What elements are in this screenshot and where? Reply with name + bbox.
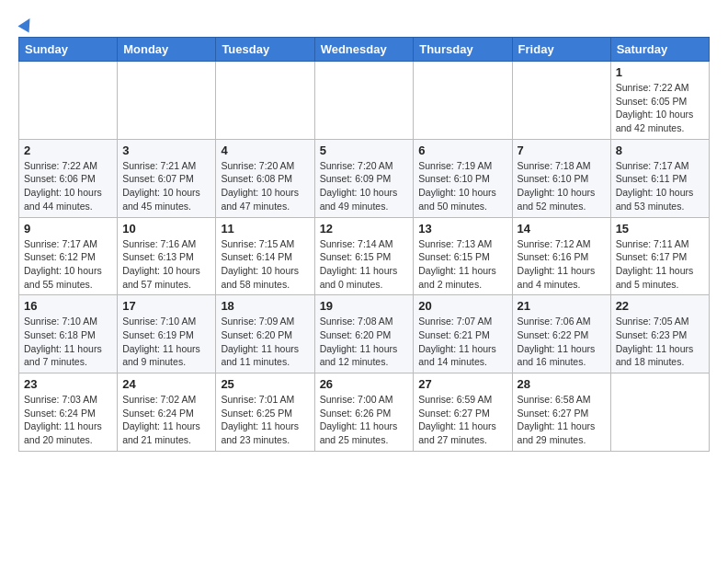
day-number: 28 (518, 377, 606, 391)
calendar-cell: 18Sunrise: 7:09 AM Sunset: 6:20 PM Dayli… (216, 295, 314, 373)
logo-triangle-icon (17, 15, 35, 32)
calendar-cell: 25Sunrise: 7:01 AM Sunset: 6:25 PM Dayli… (216, 373, 314, 452)
calendar-cell: 11Sunrise: 7:15 AM Sunset: 6:14 PM Dayli… (216, 217, 314, 295)
day-detail: Sunrise: 7:18 AM Sunset: 6:10 PM Dayligh… (518, 159, 606, 213)
weekday-header-monday: Monday (118, 38, 216, 62)
calendar-cell (314, 62, 414, 140)
day-detail: Sunrise: 7:21 AM Sunset: 6:07 PM Dayligh… (122, 159, 210, 213)
day-number: 17 (122, 299, 210, 313)
day-number: 20 (418, 299, 506, 313)
calendar-cell: 24Sunrise: 7:02 AM Sunset: 6:24 PM Dayli… (118, 373, 216, 452)
calendar-cell (414, 62, 512, 140)
day-detail: Sunrise: 7:22 AM Sunset: 6:05 PM Dayligh… (616, 81, 704, 135)
calendar-cell (512, 62, 610, 140)
day-number: 7 (518, 144, 606, 157)
day-detail: Sunrise: 7:10 AM Sunset: 6:18 PM Dayligh… (24, 315, 112, 369)
day-number: 21 (518, 299, 606, 313)
calendar-cell: 1Sunrise: 7:22 AM Sunset: 6:05 PM Daylig… (610, 62, 709, 140)
day-detail: Sunrise: 7:02 AM Sunset: 6:24 PM Dayligh… (122, 393, 210, 447)
calendar-table: SundayMondayTuesdayWednesdayThursdayFrid… (18, 37, 710, 452)
calendar-cell: 16Sunrise: 7:10 AM Sunset: 6:18 PM Dayli… (19, 295, 118, 373)
week-row-1: 1Sunrise: 7:22 AM Sunset: 6:05 PM Daylig… (19, 62, 710, 140)
day-number: 23 (24, 377, 112, 391)
calendar-cell: 3Sunrise: 7:21 AM Sunset: 6:07 PM Daylig… (118, 139, 216, 217)
day-detail: Sunrise: 7:16 AM Sunset: 6:13 PM Dayligh… (122, 237, 210, 292)
weekday-header-row: SundayMondayTuesdayWednesdayThursdayFrid… (19, 38, 710, 62)
calendar-cell: 5Sunrise: 7:20 AM Sunset: 6:09 PM Daylig… (314, 139, 414, 217)
day-detail: Sunrise: 7:01 AM Sunset: 6:25 PM Dayligh… (221, 393, 309, 447)
day-detail: Sunrise: 7:07 AM Sunset: 6:21 PM Dayligh… (418, 315, 506, 369)
day-number: 24 (122, 377, 210, 391)
day-detail: Sunrise: 7:22 AM Sunset: 6:06 PM Dayligh… (24, 159, 112, 213)
day-detail: Sunrise: 7:05 AM Sunset: 6:23 PM Dayligh… (616, 315, 704, 369)
day-detail: Sunrise: 7:17 AM Sunset: 6:12 PM Dayligh… (24, 237, 112, 292)
day-detail: Sunrise: 7:06 AM Sunset: 6:22 PM Dayligh… (518, 315, 606, 369)
calendar-cell: 21Sunrise: 7:06 AM Sunset: 6:22 PM Dayli… (512, 295, 610, 373)
day-detail: Sunrise: 7:10 AM Sunset: 6:19 PM Dayligh… (122, 315, 210, 369)
day-detail: Sunrise: 7:08 AM Sunset: 6:20 PM Dayligh… (320, 315, 409, 369)
calendar-cell: 8Sunrise: 7:17 AM Sunset: 6:11 PM Daylig… (610, 139, 709, 217)
calendar-cell: 9Sunrise: 7:17 AM Sunset: 6:12 PM Daylig… (19, 217, 118, 295)
calendar-cell: 13Sunrise: 7:13 AM Sunset: 6:15 PM Dayli… (414, 217, 512, 295)
calendar-cell (118, 62, 216, 140)
day-detail: Sunrise: 7:19 AM Sunset: 6:10 PM Dayligh… (418, 159, 506, 213)
page: SundayMondayTuesdayWednesdayThursdayFrid… (0, 0, 728, 466)
day-number: 26 (320, 377, 409, 391)
week-row-2: 2Sunrise: 7:22 AM Sunset: 6:06 PM Daylig… (19, 139, 710, 217)
calendar-cell (216, 62, 314, 140)
calendar-cell: 6Sunrise: 7:19 AM Sunset: 6:10 PM Daylig… (414, 139, 512, 217)
calendar-cell: 19Sunrise: 7:08 AM Sunset: 6:20 PM Dayli… (314, 295, 414, 373)
day-number: 2 (24, 144, 112, 157)
calendar-cell: 26Sunrise: 7:00 AM Sunset: 6:26 PM Dayli… (314, 373, 414, 452)
calendar-cell: 27Sunrise: 6:59 AM Sunset: 6:27 PM Dayli… (414, 373, 512, 452)
calendar-cell: 4Sunrise: 7:20 AM Sunset: 6:08 PM Daylig… (216, 139, 314, 217)
day-number: 4 (221, 144, 309, 157)
weekday-header-wednesday: Wednesday (314, 38, 414, 62)
week-row-5: 23Sunrise: 7:03 AM Sunset: 6:24 PM Dayli… (19, 373, 710, 452)
day-number: 25 (221, 377, 309, 391)
day-number: 8 (616, 144, 704, 157)
weekday-header-thursday: Thursday (414, 38, 512, 62)
day-number: 14 (518, 222, 606, 236)
day-number: 9 (24, 222, 112, 236)
day-number: 22 (616, 299, 704, 313)
header (18, 15, 710, 31)
day-detail: Sunrise: 7:13 AM Sunset: 6:15 PM Dayligh… (418, 237, 506, 292)
week-row-4: 16Sunrise: 7:10 AM Sunset: 6:18 PM Dayli… (19, 295, 710, 373)
day-detail: Sunrise: 7:17 AM Sunset: 6:11 PM Dayligh… (616, 159, 704, 213)
day-detail: Sunrise: 7:15 AM Sunset: 6:14 PM Dayligh… (221, 237, 309, 292)
calendar-cell: 28Sunrise: 6:58 AM Sunset: 6:27 PM Dayli… (512, 373, 610, 452)
logo-area (18, 15, 33, 31)
day-number: 16 (24, 299, 112, 313)
calendar-cell: 14Sunrise: 7:12 AM Sunset: 6:16 PM Dayli… (512, 217, 610, 295)
day-detail: Sunrise: 7:20 AM Sunset: 6:08 PM Dayligh… (221, 159, 309, 213)
day-detail: Sunrise: 7:00 AM Sunset: 6:26 PM Dayligh… (320, 393, 409, 447)
calendar-cell: 7Sunrise: 7:18 AM Sunset: 6:10 PM Daylig… (512, 139, 610, 217)
calendar-cell: 12Sunrise: 7:14 AM Sunset: 6:15 PM Dayli… (314, 217, 414, 295)
calendar-cell: 2Sunrise: 7:22 AM Sunset: 6:06 PM Daylig… (19, 139, 118, 217)
day-detail: Sunrise: 6:59 AM Sunset: 6:27 PM Dayligh… (418, 393, 506, 447)
day-number: 10 (122, 222, 210, 236)
day-number: 3 (122, 144, 210, 157)
weekday-header-friday: Friday (512, 38, 610, 62)
calendar-cell: 20Sunrise: 7:07 AM Sunset: 6:21 PM Dayli… (414, 295, 512, 373)
day-detail: Sunrise: 7:14 AM Sunset: 6:15 PM Dayligh… (320, 237, 409, 292)
day-number: 1 (616, 65, 704, 79)
calendar-cell (610, 373, 709, 452)
day-detail: Sunrise: 7:03 AM Sunset: 6:24 PM Dayligh… (24, 393, 112, 447)
logo (18, 15, 33, 31)
day-number: 12 (320, 222, 409, 236)
day-number: 13 (418, 222, 506, 236)
calendar-cell: 22Sunrise: 7:05 AM Sunset: 6:23 PM Dayli… (610, 295, 709, 373)
day-number: 19 (320, 299, 409, 313)
day-number: 15 (616, 222, 704, 236)
day-detail: Sunrise: 7:09 AM Sunset: 6:20 PM Dayligh… (221, 315, 309, 369)
calendar-cell: 23Sunrise: 7:03 AM Sunset: 6:24 PM Dayli… (19, 373, 118, 452)
calendar-cell: 17Sunrise: 7:10 AM Sunset: 6:19 PM Dayli… (118, 295, 216, 373)
day-number: 6 (418, 144, 506, 157)
weekday-header-tuesday: Tuesday (216, 38, 314, 62)
calendar-cell (19, 62, 118, 140)
weekday-header-saturday: Saturday (610, 38, 709, 62)
calendar-cell: 15Sunrise: 7:11 AM Sunset: 6:17 PM Dayli… (610, 217, 709, 295)
weekday-header-sunday: Sunday (19, 38, 118, 62)
